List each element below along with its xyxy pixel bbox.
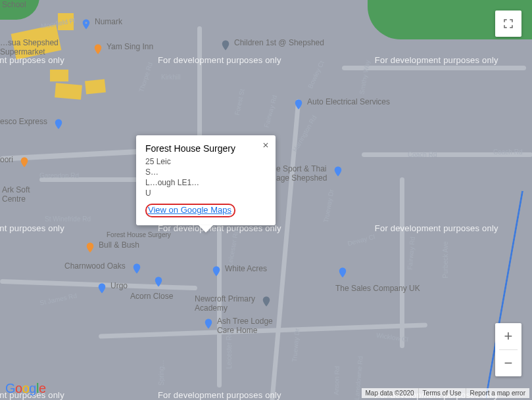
shopping-pin-icon [53,118,64,130]
school-pin-icon [260,296,272,307]
poi-label: Numark [95,17,122,26]
poi-oori[interactable]: oori [0,155,30,168]
street-label: St James Rd [39,292,77,307]
poi-charnwood-oaks[interactable]: Charnwood Oaks [64,261,143,275]
poi-tesco-express[interactable]: esco Express [0,117,64,130]
street-label: Anson Rd [333,366,341,395]
street-label: Garendon Rd [39,172,79,179]
street-label: Fairway Rd [406,236,416,270]
business-pin-icon [337,267,349,278]
map-canvas[interactable]: For development purposes onlyFor develop… [0,0,532,400]
poi-white-acres[interactable]: White Acres [210,264,267,277]
shopping-pin-icon [80,18,92,30]
street-label: Trueway Dr [291,328,301,362]
business-pin-icon [203,318,214,330]
street-label: Purbeck Ave [442,242,449,278]
poi-numark[interactable]: Numark [80,17,122,30]
poi-label: Forest House Surgery [107,231,171,238]
poi-label: Charnwood Oaks [64,261,126,271]
poi-marker[interactable] [153,275,164,288]
poi-label: Children 1st @ Shepshed [234,38,324,47]
building-footprint [55,83,82,99]
street-label: Fairway Rd [262,95,278,129]
poi-ark-soft[interactable]: Ark Soft Centre [2,185,30,204]
zoom-control: + − [495,323,521,376]
info-address-line: S… [145,167,265,177]
poi-label: School [2,0,26,9]
zoom-out-button[interactable]: − [495,350,521,376]
business-pin-icon [153,276,164,288]
poi-sales-company[interactable] [337,265,349,278]
street-label: Trueway Dr [322,189,335,223]
poi-newcroft-primary[interactable]: Newcroft Primary Academy [195,294,272,313]
poi-acorn-close[interactable]: Acorn Close [130,292,173,301]
fullscreen-button[interactable] [495,11,521,37]
business-pin-icon [210,265,222,277]
street-label: Kirkhill [161,74,180,81]
poi-label: The Sales Company UK [335,284,420,293]
poi-label: Ark Soft Centre [2,185,30,204]
street-label: Coach Rd [408,151,437,158]
attribution-bar: Map data ©2020 Terms of Use Report a map… [362,388,529,398]
business-pin-icon [332,166,344,177]
poi-school[interactable]: School [2,0,26,9]
close-button[interactable] [260,139,272,151]
fullscreen-icon [502,18,514,30]
info-address-line: 25 Leic [145,156,265,167]
poi-children-1st[interactable]: Children 1st @ Shepshed [220,38,324,51]
restaurant-pin-icon [84,242,96,254]
poi-label: …sua Shepshed Supermarket [0,38,59,56]
road [400,177,404,348]
google-logo[interactable]: Google [5,381,46,396]
poi-label: esco Express [0,117,47,126]
close-icon [262,141,270,149]
restaurant-pin-icon [18,156,30,168]
poi-forest-house-surgery-pin[interactable]: Forest House Surgery [107,231,171,238]
street-label: Smithy Way [358,59,371,95]
poi-yam-sing[interactable]: Yam Sing Inn [92,42,153,55]
poi-label: e Sport & Thai age Shepshed [276,164,327,183]
poi-bull-bush[interactable]: Bull & Bush [84,240,139,254]
poi-label: Urgo [110,281,128,290]
zoom-in-button[interactable]: + [495,323,521,349]
street-label: Bowley Ct [306,60,326,89]
building-footprint [85,79,106,94]
poi-label: oori [0,155,13,164]
street-label: St Winefride Rd [45,215,91,223]
terms-link[interactable]: Terms of Use [418,388,466,398]
report-error-link[interactable]: Report a map error [466,388,529,398]
school-pin-icon [220,39,231,51]
business-pin-icon [293,99,304,110]
street-label: Forest St [233,89,246,116]
poi-label: Bull & Bush [99,240,139,250]
street-label: Spring… [158,360,165,386]
shopping-pin-icon [96,282,108,294]
building-footprint [50,70,68,81]
street-label: Coach Rd [493,148,522,156]
street-label: Leicester Rd [226,332,233,368]
info-address-line: L…ough LE1… [145,177,265,188]
info-title: Forest House Surgery [145,143,265,154]
info-address-line: U [145,188,265,198]
business-pin-icon [131,263,143,275]
view-on-google-maps-link[interactable]: View on Google Maps [145,204,235,217]
street-label: Deway Cl [347,233,375,248]
dev-watermark: For development purposes onlyFor develop… [0,55,532,65]
restaurant-pin-icon [92,43,104,55]
poi-label: Auto Electrical Services [307,97,390,106]
poi-label: Newcroft Primary Academy [195,294,255,313]
poi-shepshed-supermarket[interactable]: …sua Shepshed Supermarket [0,38,59,56]
poi-sport-thai[interactable]: e Sport & Thai age Shepshed [276,164,344,183]
street-label: Thorpe Rd [137,61,154,93]
poi-ash-tree-lodge[interactable]: Ash Tree Lodge Care Home [203,317,273,335]
poi-label: Yam Sing Inn [107,42,153,51]
map-data-label: Map data ©2020 [362,388,418,398]
info-window: Forest House Surgery 25 Leic S… L…ough L… [136,135,276,225]
poi-auto-electrical[interactable]: Auto Electrical Services [293,97,390,110]
poi-urgo[interactable]: Urgo [96,281,128,294]
street-label: Leicester Rd [226,229,240,267]
poi-label: Acorn Close [130,292,173,301]
